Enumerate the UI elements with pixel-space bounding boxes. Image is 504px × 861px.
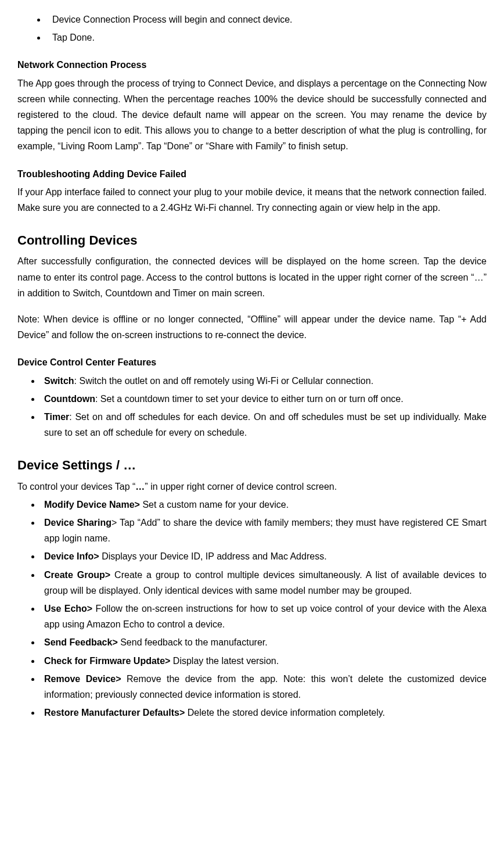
feature-name: Countdown: [44, 394, 95, 404]
setting-desc: Follow the on-screen instructions for ho…: [44, 604, 487, 629]
list-item: Check for Firmware Update> Display the l…: [41, 653, 487, 669]
setting-desc: Set a custom name for your device.: [140, 500, 289, 510]
feature-desc: : Switch the outlet on and off remotely …: [74, 376, 374, 386]
list-item: Tap Done.: [46, 30, 487, 45]
intro-bullet-list: Device Connection Process will begin and…: [17, 12, 487, 45]
features-list: Switch: Switch the outlet on and off rem…: [17, 373, 487, 441]
text: ” in upper right corner of device contro…: [145, 482, 337, 492]
setting-name: Device Info>: [44, 551, 99, 561]
setting-name: Create Group>: [44, 570, 110, 580]
list-item: Send Feedback> Send feedback to the manu…: [41, 634, 487, 650]
setting-name: Modify Device Name>: [44, 500, 140, 510]
heading-controlling: Controlling Devices: [17, 229, 487, 251]
paragraph-controlling-2: Note: When device is offline or no longe…: [17, 311, 487, 343]
text: To control your devices Tap “: [17, 482, 135, 492]
list-item: Device Sharing> Tap “Add” to share the d…: [41, 515, 487, 546]
setting-name: Restore Manufacturer Defaults>: [44, 708, 185, 718]
setting-name: Remove Device>: [44, 674, 121, 684]
feature-desc: : Set on and off schedules for each devi…: [44, 412, 487, 437]
list-item: Restore Manufacturer Defaults> Delete th…: [41, 705, 487, 720]
setting-desc: Delete the stored device information com…: [185, 708, 385, 718]
feature-name: Timer: [44, 412, 69, 422]
heading-features: Device Control Center Features: [17, 354, 487, 370]
heading-settings: Device Settings / …: [17, 454, 487, 476]
heading-troubleshoot: Troubleshooting Adding Device Failed: [17, 166, 487, 182]
feature-desc: : Set a countdown timer to set your devi…: [95, 394, 404, 404]
setting-name: Device Sharing: [44, 518, 111, 528]
paragraph-settings-intro: To control your devices Tap “…” in upper…: [17, 479, 487, 494]
paragraph-troubleshoot: If your App interface failed to connect …: [17, 184, 487, 216]
list-item: Use Echo> Follow the on-screen instructi…: [41, 601, 487, 632]
heading-network: Network Connection Process: [17, 57, 487, 73]
settings-list: Modify Device Name> Set a custom name fo…: [17, 497, 487, 720]
list-item: Countdown: Set a countdown timer to set …: [41, 391, 487, 407]
list-item: Device Connection Process will begin and…: [46, 12, 487, 27]
list-item: Device Info> Displays your Device ID, IP…: [41, 548, 487, 564]
setting-name: Use Echo>: [44, 604, 92, 614]
setting-name: Check for Firmware Update>: [44, 656, 170, 666]
paragraph-controlling-1: After successfully configuration, the co…: [17, 253, 487, 301]
setting-desc: Send feedback to the manufacturer.: [118, 637, 268, 647]
feature-name: Switch: [44, 376, 74, 386]
list-item: Modify Device Name> Set a custom name fo…: [41, 497, 487, 512]
list-item: Switch: Switch the outlet on and off rem…: [41, 373, 487, 389]
list-item: Timer: Set on and off schedules for each…: [41, 409, 487, 440]
setting-name: Send Feedback>: [44, 637, 118, 647]
setting-desc: Create a group to control multiple devic…: [44, 570, 487, 595]
list-item: Create Group> Create a group to control …: [41, 567, 487, 598]
setting-desc: Display the latest version.: [170, 656, 279, 666]
paragraph-network: The App goes through the process of tryi…: [17, 76, 487, 155]
list-item: Remove Device> Remove the device from th…: [41, 671, 487, 702]
setting-desc: Displays your Device ID, IP address and …: [99, 551, 327, 561]
text-bold: …: [135, 482, 145, 492]
